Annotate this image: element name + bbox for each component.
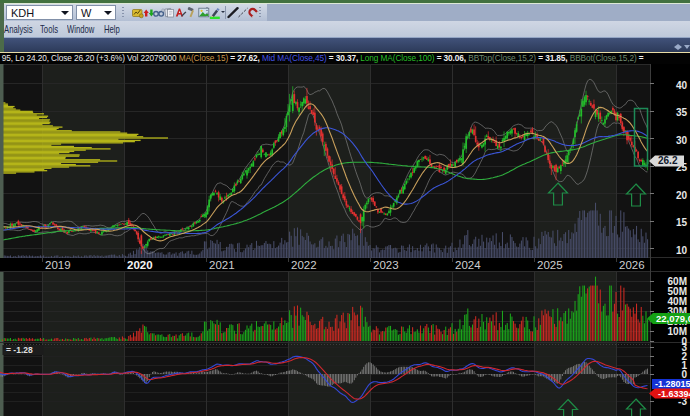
- tools-hammer-icon[interactable]: [186, 6, 198, 19]
- price-pane-volume-bar: [534, 237, 535, 258]
- volume-bar: [117, 339, 118, 341]
- macd-histogram-bar: [452, 374, 453, 375]
- candle-body: [215, 191, 217, 192]
- macd-histogram-bar: [158, 373, 159, 374]
- candle-body: [298, 108, 300, 113]
- volume-bar: [519, 324, 520, 341]
- candle-body: [73, 231, 75, 232]
- price-pane-volume-bar: [81, 256, 82, 258]
- candle-body: [480, 145, 482, 146]
- price-pane-volume-bar: [29, 255, 30, 258]
- candle-body: [513, 129, 515, 130]
- macd-histogram-bar: [636, 374, 637, 377]
- ma100-value: = 30.06,: [434, 53, 468, 63]
- macd-histogram-bar: [500, 374, 501, 377]
- symbol-combo[interactable]: KDH: [6, 5, 73, 20]
- nav-dropdown-icon[interactable]: [684, 45, 690, 52]
- price-pane-volume-bar: [529, 248, 530, 258]
- menu-item-analysis[interactable]: Analysis: [4, 23, 33, 35]
- volume-bar: [477, 328, 478, 341]
- macd-histogram-bar: [248, 374, 249, 375]
- price-pane-volume-bar: [133, 251, 134, 258]
- candle-body: [355, 214, 357, 217]
- macd-histogram-bar: [570, 367, 571, 374]
- candle-body: [382, 212, 384, 213]
- price-pane-volume-bar: [597, 210, 598, 258]
- price-pane-volume-bar: [49, 257, 50, 258]
- volume-bar: [138, 331, 139, 341]
- annotate-icon[interactable]: [175, 6, 187, 19]
- macd-histogram-bar: [213, 370, 214, 374]
- candle-body: [264, 154, 266, 155]
- volume-bar: [305, 320, 306, 341]
- menu-item-help[interactable]: Help: [104, 23, 120, 35]
- macd-histogram-bar: [523, 374, 524, 377]
- volume-bar: [445, 327, 446, 341]
- volume-bar: [559, 321, 560, 341]
- price-pane-volume-bar: [455, 248, 456, 258]
- candle-body: [200, 216, 202, 217]
- candle-body: [347, 205, 349, 207]
- price-pane-volume-bar: [292, 247, 293, 258]
- macd-histogram-bar: [482, 374, 483, 377]
- magnet-icon[interactable]: [247, 6, 259, 19]
- volume-bar: [275, 329, 276, 341]
- price-pane-volume-bar: [575, 224, 576, 258]
- price-pane-volume-bar: [226, 247, 227, 258]
- candle-body: [566, 155, 568, 162]
- candle-body: [270, 153, 272, 156]
- menu-item-tools[interactable]: Tools: [40, 23, 58, 35]
- price-pane-volume-bar: [357, 235, 358, 258]
- price-pane-volume-bar: [187, 251, 188, 258]
- volume-bar: [617, 314, 618, 341]
- candle-body: [101, 232, 103, 235]
- volume-bar: [71, 340, 72, 341]
- volume-bar: [464, 315, 465, 341]
- volume-bar: [16, 340, 17, 341]
- macd-histogram-bar: [524, 374, 525, 376]
- macd-histogram-bar: [477, 374, 478, 375]
- volume-bar: [593, 286, 594, 341]
- volume-bar: [194, 337, 195, 341]
- price-pane-volume-bar: [335, 239, 336, 258]
- price-pane-volume-bar: [535, 246, 536, 258]
- price-pane-volume-bar: [606, 236, 607, 258]
- volume-bar: [507, 323, 508, 341]
- volume-at-price-bar: [0, 117, 47, 118]
- volume-bar: [105, 338, 106, 341]
- price-pane-volume-bar: [502, 232, 503, 258]
- volume-bar: [341, 315, 342, 341]
- volume-bar: [352, 307, 353, 341]
- price-pane-volume-bar: [365, 237, 366, 258]
- candle-body: [376, 206, 378, 207]
- interval-combo-dropdown-icon[interactable]: [101, 6, 115, 19]
- macd-histogram-bar: [466, 370, 467, 374]
- candle-body: [353, 212, 355, 215]
- volume-bar: [163, 337, 164, 341]
- interval-combo-value: W: [77, 7, 101, 19]
- macd-histogram-bar: [308, 374, 309, 377]
- macd-histogram-bar: [87, 374, 88, 375]
- nav-back-icon[interactable]: [671, 44, 678, 50]
- volume-bar: [489, 318, 490, 341]
- price-pane-volume-bar: [23, 255, 24, 258]
- year-label: 2024: [455, 259, 481, 271]
- price-pane-volume-bar: [302, 236, 303, 258]
- macd-histogram-bar: [535, 374, 536, 375]
- price-pane-volume-bar: [265, 241, 266, 258]
- price-pane-volume-bar: [56, 255, 57, 258]
- macd-histogram-bar: [344, 374, 345, 382]
- price-tick-label: 35: [676, 107, 688, 118]
- candle-body: [374, 202, 376, 206]
- macd-histogram-bar: [155, 372, 156, 374]
- price-pane-volume-bar: [586, 217, 587, 258]
- menu-item-window[interactable]: Window: [67, 23, 94, 35]
- symbol-combo-dropdown-icon[interactable]: [58, 6, 72, 19]
- marker-icon[interactable]: [209, 6, 221, 19]
- volume-bar: [215, 324, 216, 341]
- interval-combo[interactable]: W: [76, 5, 116, 20]
- price-pane-volume-bar: [283, 244, 284, 258]
- volume-bar: [152, 333, 153, 341]
- volume-bar: [579, 286, 580, 341]
- candle-body: [642, 160, 644, 166]
